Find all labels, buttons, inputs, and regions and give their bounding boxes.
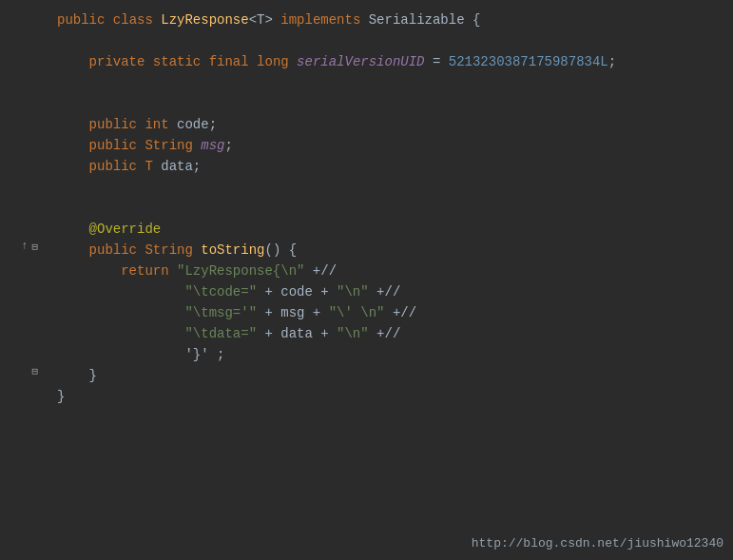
code-content: "\tmsg='" + msg + "\' \n" +// <box>48 302 416 323</box>
code-line: @Override <box>0 219 733 240</box>
keyword: String <box>145 138 192 153</box>
code-line: public class LzyResponse<T> implements S… <box>0 10 733 30</box>
keyword: int <box>145 117 168 132</box>
code-line: ⊟ } <box>0 365 733 386</box>
code-content: return "LzyResponse{\n" +// <box>48 261 337 281</box>
code-editor: public class LzyResponse<T> implements S… <box>0 0 733 560</box>
code-content <box>48 72 65 93</box>
keyword: return <box>121 263 168 279</box>
method-name: toString <box>201 242 264 258</box>
field-name: msg <box>201 138 224 153</box>
code-content: } <box>48 386 65 407</box>
line-gutter: ↑ ⊟ <box>0 240 43 253</box>
string-literal: "\n" <box>337 284 369 299</box>
code-area: public class LzyResponse<T> implements S… <box>0 0 733 416</box>
code-content: "\tcode=" + code + "\n" +// <box>48 281 400 302</box>
string-literal: "\tmsg='" <box>184 305 257 320</box>
keyword: final <box>209 54 249 69</box>
code-line <box>0 198 733 219</box>
code-line: public int code; <box>0 114 733 135</box>
code-content <box>48 93 65 114</box>
annotation: @Override <box>89 222 162 237</box>
code-content: public String msg; <box>48 135 233 156</box>
code-line <box>0 93 733 114</box>
code-text: +// <box>304 263 337 279</box>
code-text: ; <box>608 54 616 69</box>
code-text: } <box>89 368 97 383</box>
code-content: public String toString() { <box>48 240 297 261</box>
code-content: '}' ; <box>48 344 224 365</box>
keyword: implements <box>280 12 360 28</box>
code-content: private static final long serialVersionU… <box>48 51 616 72</box>
keyword: T <box>145 159 152 174</box>
code-content: public int code; <box>48 114 217 135</box>
code-line: "\tcode=" + code + "\n" +// <box>0 281 733 302</box>
code-content <box>48 30 65 51</box>
code-line <box>0 177 733 198</box>
keyword: public <box>89 117 137 132</box>
number-literal: 5213230387175987834L <box>449 54 608 69</box>
code-text: +// <box>384 305 416 320</box>
keyword: public <box>89 159 137 174</box>
code-text: + msg + <box>257 305 329 320</box>
code-content: public T data; <box>48 156 201 177</box>
code-text: () { <box>264 242 297 258</box>
code-text: code; <box>177 117 217 132</box>
code-text: + code + <box>257 284 337 299</box>
arrow-icon: ↑ <box>21 240 28 253</box>
code-line: } <box>0 386 733 407</box>
keyword: long <box>257 54 289 69</box>
code-text: = <box>425 54 449 69</box>
code-text: + data + <box>257 326 337 341</box>
code-text: +// <box>369 326 401 341</box>
code-line: "\tmsg='" + msg + "\' \n" +// <box>0 302 733 323</box>
watermark: http://blog.csdn.net/jiushiwo12340 <box>472 536 723 550</box>
code-line: public T data; <box>0 156 733 177</box>
code-content: "\tdata=" + data + "\n" +// <box>48 323 400 344</box>
code-text: data; <box>161 159 201 174</box>
field-name: serialVersionUID <box>297 54 424 69</box>
code-content <box>48 198 65 219</box>
code-text: } <box>57 389 65 404</box>
code-line: ↑ ⊟ public String toString() { <box>0 240 733 261</box>
string-literal: "\' \n" <box>329 305 385 320</box>
code-content: @Override <box>48 219 161 240</box>
keyword: private <box>89 54 145 69</box>
code-line: public String msg; <box>0 135 733 156</box>
code-line: return "LzyResponse{\n" +// <box>0 261 733 281</box>
fold-icon[interactable]: ⊟ <box>31 241 38 253</box>
string-literal: "LzyResponse{\n" <box>177 263 304 279</box>
keyword: class <box>113 12 153 28</box>
code-line <box>0 30 733 51</box>
code-text: +// <box>369 284 401 299</box>
keyword: public <box>57 12 105 28</box>
fold-close-icon[interactable]: ⊟ <box>31 365 38 377</box>
keyword: static <box>153 54 201 69</box>
string-literal: "\n" <box>337 326 369 341</box>
string-literal: "\tdata=" <box>184 326 257 341</box>
code-line: private static final long serialVersionU… <box>0 51 733 72</box>
code-line: "\tdata=" + data + "\n" +// <box>0 323 733 344</box>
class-name: LzyResponse <box>161 12 248 28</box>
line-gutter: ⊟ <box>0 365 43 377</box>
code-line <box>0 72 733 93</box>
code-line: '}' ; <box>0 344 733 365</box>
code-text: Serializable { <box>369 12 481 28</box>
keyword: public <box>89 138 137 153</box>
code-content <box>48 177 65 198</box>
code-content: public class LzyResponse<T> implements S… <box>48 10 480 30</box>
code-content: } <box>48 365 97 386</box>
keyword: public <box>89 242 137 258</box>
keyword: String <box>145 242 192 258</box>
string-literal: "\tcode=" <box>184 284 257 299</box>
code-text: '}' ; <box>184 347 224 362</box>
code-text: <T> <box>249 12 273 28</box>
code-text: ; <box>224 138 232 153</box>
